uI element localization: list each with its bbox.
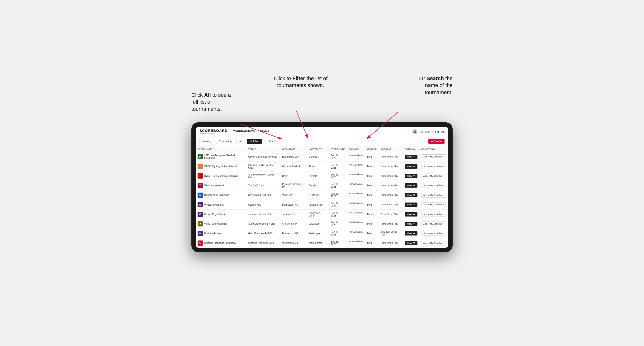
actions-cell: View 👁 xyxy=(403,171,419,181)
team-logo: F xyxy=(198,173,203,178)
event-name-cell: I OFCC Fighting Illini Invitational xyxy=(196,162,246,171)
competing-cell: Add to My Schedule + xyxy=(419,162,448,171)
start-date-cell: Sep 16, 2023 xyxy=(329,181,347,190)
view-button[interactable]: View 👁 xyxy=(405,174,417,178)
table-row: M 2023 Joe Feaganes Marshall Invitationa… xyxy=(196,152,448,162)
tournaments-table-container: EVENT NAME VENUE CITY, STATE HOSTED BY S… xyxy=(196,146,448,248)
actions-cell: View 👁 xyxy=(403,229,419,238)
view-button[interactable]: View 👁 xyxy=(405,164,417,169)
col-event-name: EVENT NAME xyxy=(196,146,246,152)
gender-cell: Men xyxy=(365,190,378,200)
eye-icon: 👁 xyxy=(413,223,415,225)
division-cell: NCAA Division I xyxy=(347,209,365,219)
event-name-cell: C Chicago Highlands Invitational xyxy=(196,238,246,248)
hosted-by-cell: Tennessee-Martin xyxy=(306,209,329,219)
event-name: 2023 Joe Feaganes Marshall Invitational xyxy=(204,154,244,159)
venue-cell: Sand Creek Country Club xyxy=(246,219,280,229)
team-logo: M xyxy=(198,154,203,159)
team-logo: V xyxy=(198,221,203,226)
hosting-button[interactable]: Hosting xyxy=(200,139,214,144)
eye-icon: 👁 xyxy=(413,175,415,177)
add-schedule-button[interactable]: Add to My Schedule + xyxy=(421,183,446,188)
event-name-cell: U Upstate Dual Challenge xyxy=(196,190,246,200)
scoring-cell: Team, Stroke Play xyxy=(379,181,403,190)
competing-cell: Add to My Schedule + xyxy=(419,152,448,162)
venue-cell: Gold Mountain Golf Club xyxy=(246,229,280,238)
view-button[interactable]: View 👁 xyxy=(405,241,417,245)
nav-tab-tournaments[interactable]: TOURNAMENTS xyxy=(233,129,255,134)
event-name-cell: T Temple Invitational xyxy=(196,181,246,190)
competing-cell: Add to My Schedule + xyxy=(419,181,448,190)
add-schedule-button[interactable]: Add to My Schedule + xyxy=(421,221,446,226)
city-state-cell: Huntington, WV xyxy=(280,152,306,162)
table-row: W Husky Individual Gold Mountain Golf Cl… xyxy=(196,229,448,238)
view-button[interactable]: View 👁 xyxy=(405,231,417,235)
competing-cell: Add to My Schedule + xyxy=(419,229,448,238)
city-state-cell: Jackson, TN xyxy=(280,209,306,219)
eye-icon: 👁 xyxy=(413,242,415,244)
signout-link[interactable]: Sign out xyxy=(435,130,444,133)
venue-cell: Colbert Hills xyxy=(246,200,280,209)
col-division: DIVISION xyxy=(347,146,365,152)
view-button[interactable]: View 👁 xyxy=(405,155,417,159)
view-button[interactable]: View 👁 xyxy=(405,183,417,187)
event-name: Ryan T. Lee Memorial Collegiate xyxy=(204,175,238,177)
hosted-by-cell: Le Moyne xyxy=(306,190,329,200)
tablet-screen: SCOREBOARD Powered by clippd TOURNAMENTS… xyxy=(196,127,448,248)
search-input[interactable] xyxy=(266,139,427,144)
table-row: G Grover Page Classic Jackson Country Cl… xyxy=(196,209,448,219)
table-row: I OFCC Fighting Illini Invitational Olym… xyxy=(196,162,448,171)
competing-cell: Add to My Schedule + xyxy=(419,219,448,229)
nav-tab-teams[interactable]: TEAMS xyxy=(260,129,269,134)
division-cell: NCAA Division I xyxy=(347,162,365,171)
team-logo: T xyxy=(198,183,203,188)
add-schedule-button[interactable]: Add to My Schedule + xyxy=(421,193,446,197)
start-date-cell: Sep 16, 2023 xyxy=(329,171,347,181)
division-cell: NCAA Division I xyxy=(347,190,365,200)
city-state-cell: Plymouth Meeting, PA xyxy=(280,181,306,190)
start-date-cell: Sep 18, 2023 xyxy=(329,219,347,229)
actions-cell: View 👁 xyxy=(403,238,419,248)
hosted-by-cell: Illinois xyxy=(306,162,329,171)
add-schedule-button[interactable]: Add to My Schedule + xyxy=(421,173,446,178)
create-button[interactable]: + Create xyxy=(428,139,444,144)
scoring-cell: Team, Stroke Play xyxy=(379,219,403,229)
team-logo: W xyxy=(198,231,203,236)
app-header: SCOREBOARD Powered by clippd TOURNAMENTS… xyxy=(196,127,448,137)
eye-icon: 👁 xyxy=(413,165,415,168)
all-button[interactable]: All xyxy=(236,139,245,144)
add-schedule-button[interactable]: Add to My Schedule + xyxy=(421,154,446,159)
eye-icon: 👁 xyxy=(413,194,415,196)
scoring-cell: Individual, Stroke Play xyxy=(379,229,403,238)
col-hosted-by: HOSTED BY xyxy=(306,146,329,152)
annotation-search: Or Search the name of the tournament. xyxy=(405,75,452,96)
filter-button[interactable]: ⚙ Filter xyxy=(247,139,262,144)
col-start-date: START DATE xyxy=(329,146,347,152)
actions-cell: View 👁 xyxy=(403,152,419,162)
add-schedule-button[interactable]: Add to My Schedule + xyxy=(421,202,446,207)
tablet-frame: SCOREBOARD Powered by clippd TOURNAMENTS… xyxy=(192,122,452,252)
add-schedule-button[interactable]: Add to My Schedule + xyxy=(421,231,446,236)
view-button[interactable]: View 👁 xyxy=(405,222,417,226)
actions-cell: View 👁 xyxy=(403,209,419,219)
event-name: Upstate Dual Challenge xyxy=(204,194,230,196)
actions-cell: View 👁 xyxy=(403,162,419,171)
add-schedule-button[interactable]: Add to My Schedule + xyxy=(421,164,446,169)
table-row: W Wildcat Invitational Colbert Hills Man… xyxy=(196,200,448,209)
competing-cell: Add to My Schedule + xyxy=(419,171,448,181)
competing-button[interactable]: Competing xyxy=(216,139,234,144)
add-schedule-button[interactable]: Add to My Schedule + xyxy=(421,241,446,245)
add-schedule-button[interactable]: Add to My Schedule + xyxy=(421,212,446,217)
scoring-cell: Team, Stroke Play xyxy=(379,200,403,209)
gender-cell: Men xyxy=(365,209,378,219)
table-row: V Valpo Fall Invitational Sand Creek Cou… xyxy=(196,219,448,229)
eye-icon: 👁 xyxy=(413,184,415,187)
event-name-cell: G Grover Page Classic xyxy=(196,209,246,219)
col-city-state: CITY, STATE xyxy=(280,146,306,152)
event-name-cell: W Wildcat Invitational xyxy=(196,200,246,209)
team-logo: W xyxy=(198,202,203,207)
view-button[interactable]: View 👁 xyxy=(405,202,417,207)
venue-cell: Ravenwood Golf Club xyxy=(246,190,280,200)
view-button[interactable]: View 👁 xyxy=(405,193,417,197)
view-button[interactable]: View 👁 xyxy=(405,212,417,216)
